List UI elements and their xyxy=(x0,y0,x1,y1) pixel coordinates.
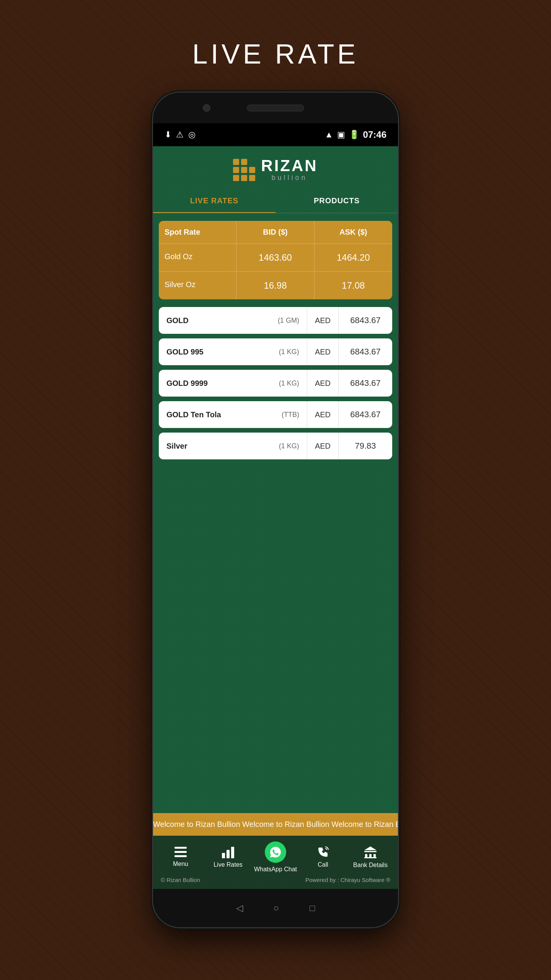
bank-icon xyxy=(364,846,377,859)
svg-rect-3 xyxy=(222,853,225,858)
nav-tabs: LIVE RATES PRODUCTS xyxy=(153,189,398,213)
marquee-text: Welcome to Rizan Bullion Welcome to Riza… xyxy=(153,820,398,829)
spot-rate-silver-bid: 16.98 xyxy=(236,272,314,299)
svg-marker-6 xyxy=(364,846,377,850)
list-item[interactable]: GOLD 995 (1 KG) AED 6843.67 xyxy=(159,338,392,365)
product-currency-1: AED xyxy=(307,338,339,365)
spot-rate-row-silver: Silver Oz 16.98 17.08 xyxy=(159,271,392,299)
bottom-nav-bank[interactable]: Bank Details xyxy=(347,846,394,869)
svg-rect-9 xyxy=(373,854,376,857)
spot-rate-row-gold: Gold Oz 1463.60 1464.20 xyxy=(159,243,392,271)
spot-rate-gold-ask: 1464.20 xyxy=(315,244,392,271)
product-name-cell-3: GOLD Ten Tola (TTB) xyxy=(159,401,307,428)
svg-rect-2 xyxy=(174,855,187,857)
logo-dot-9 xyxy=(249,175,255,181)
whatsapp-icon xyxy=(265,841,286,863)
logo-dot-1 xyxy=(233,159,239,165)
footer-left: © Rizan Bullion xyxy=(161,877,200,883)
bottom-nav-menu[interactable]: Menu xyxy=(157,847,204,867)
product-currency-2: AED xyxy=(307,370,339,397)
spot-rate-col-ask: ASK ($) xyxy=(315,221,392,243)
product-name-1: GOLD 995 xyxy=(166,348,204,356)
logo-subtitle: bullion xyxy=(261,174,318,182)
phone-icon xyxy=(317,846,329,858)
chart-icon xyxy=(222,846,234,858)
logo-dot-5 xyxy=(241,167,247,173)
spot-rate-gold-bid: 1463.60 xyxy=(236,244,314,271)
product-unit-0: (1 GM) xyxy=(278,317,299,325)
status-time: 07:46 xyxy=(363,129,386,140)
status-left: ⬇ ⚠ ◎ xyxy=(165,130,196,140)
phone-camera xyxy=(203,104,210,112)
product-price-0: 6843.67 xyxy=(339,307,392,334)
list-item[interactable]: GOLD 9999 (1 KG) AED 6843.67 xyxy=(159,370,392,397)
logo-dot-7 xyxy=(233,175,239,181)
svg-rect-1 xyxy=(174,851,187,853)
bottom-nav-whatsapp-label: WhatsApp Chat xyxy=(254,866,297,873)
bottom-nav-call-label: Call xyxy=(318,861,328,868)
logo-dot-3 xyxy=(249,159,255,165)
app-header: RIZAN bullion xyxy=(153,146,398,189)
status-right: ▲ ▣ 🔋 07:46 xyxy=(325,129,386,140)
logo-container: RIZAN bullion xyxy=(233,158,318,182)
product-price-2: 6843.67 xyxy=(339,370,392,397)
svg-rect-10 xyxy=(364,857,377,858)
wifi-icon: ▲ xyxy=(325,130,333,140)
product-price-1: 6843.67 xyxy=(339,338,392,365)
list-item[interactable]: GOLD (1 GM) AED 6843.67 xyxy=(159,307,392,334)
svg-rect-0 xyxy=(174,847,187,849)
app-content: RIZAN bullion LIVE RATES PRODUCTS Spot R… xyxy=(153,146,398,889)
spot-rate-col-name: Spot Rate xyxy=(159,221,236,243)
back-button[interactable]: ◁ xyxy=(236,903,243,913)
svg-rect-5 xyxy=(231,847,234,858)
logo-name: RIZAN xyxy=(261,158,318,174)
recents-button[interactable]: □ xyxy=(310,903,315,913)
logo-dot-4 xyxy=(233,167,239,173)
bottom-nav-menu-label: Menu xyxy=(173,861,188,867)
status-bar: ⬇ ⚠ ◎ ▲ ▣ 🔋 07:46 xyxy=(153,123,398,146)
svg-rect-4 xyxy=(227,850,230,858)
bottom-nav-live-rates-label: Live Rates xyxy=(214,861,243,868)
product-currency-3: AED xyxy=(307,401,339,428)
spot-rate-gold-name: Gold Oz xyxy=(159,244,236,271)
bottom-nav-bank-label: Bank Details xyxy=(353,862,388,869)
list-item[interactable]: Silver (1 KG) AED 79.83 xyxy=(159,433,392,459)
bottom-nav: Menu Live Rates WhatsA xyxy=(153,836,398,877)
product-currency-0: AED xyxy=(307,307,339,334)
bottom-nav-whatsapp[interactable]: WhatsApp Chat xyxy=(252,841,299,873)
product-name-0: GOLD xyxy=(166,316,189,325)
svg-rect-8 xyxy=(369,854,372,857)
battery-icon: 🔋 xyxy=(349,130,359,140)
logo-text: RIZAN bullion xyxy=(261,158,318,182)
marquee-banner: Welcome to Rizan Bullion Welcome to Riza… xyxy=(153,813,398,836)
logo-dot-2 xyxy=(241,159,247,165)
tab-live-rates[interactable]: LIVE RATES xyxy=(153,189,276,213)
bottom-nav-call[interactable]: Call xyxy=(299,846,347,868)
product-unit-2: (1 KG) xyxy=(279,379,299,387)
product-price-4: 79.83 xyxy=(339,433,392,459)
menu-icon xyxy=(174,847,187,858)
logo-dot-6 xyxy=(249,167,255,173)
product-list: GOLD (1 GM) AED 6843.67 GOLD 995 (1 KG) … xyxy=(153,305,398,813)
spot-rate-header: Spot Rate BID ($) ASK ($) xyxy=(159,221,392,243)
spot-rate-silver-ask: 17.08 xyxy=(315,272,392,299)
spot-rate-table: Spot Rate BID ($) ASK ($) Gold Oz 1463.6… xyxy=(159,221,392,299)
bottom-nav-live-rates[interactable]: Live Rates xyxy=(204,846,252,868)
product-price-3: 6843.67 xyxy=(339,401,392,428)
app-footer: © Rizan Bullion Powered by : Chirayu Sof… xyxy=(153,877,398,889)
sync-icon: ◎ xyxy=(188,130,196,140)
alert-icon: ⚠ xyxy=(176,130,184,140)
product-unit-4: (1 KG) xyxy=(279,442,299,450)
product-name-cell-1: GOLD 995 (1 KG) xyxy=(159,338,307,365)
home-button[interactable]: ○ xyxy=(274,903,279,913)
product-name-4: Silver xyxy=(166,442,187,451)
page-title: LIVE RATE xyxy=(192,38,359,70)
product-name-cell-4: Silver (1 KG) xyxy=(159,433,307,459)
signal-icon: ▣ xyxy=(337,130,345,140)
product-unit-1: (1 KG) xyxy=(279,348,299,356)
logo-icon xyxy=(233,159,255,181)
product-currency-4: AED xyxy=(307,433,339,459)
list-item[interactable]: GOLD Ten Tola (TTB) AED 6843.67 xyxy=(159,401,392,428)
tab-products[interactable]: PRODUCTS xyxy=(276,189,398,213)
product-name-3: GOLD Ten Tola xyxy=(166,410,221,419)
